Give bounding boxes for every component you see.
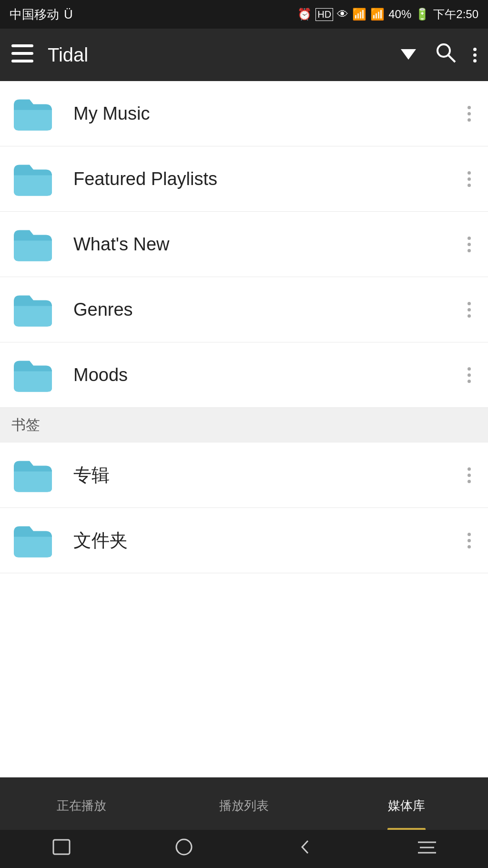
dot <box>468 533 471 536</box>
battery-icon: 🔋 <box>415 8 429 21</box>
dot <box>468 249 471 252</box>
dot <box>468 112 471 115</box>
folder-icon <box>11 94 54 133</box>
section-header-bookmarks: 书签 <box>0 408 488 443</box>
svg-rect-0 <box>11 44 33 47</box>
item-label-featured-playlists: Featured Playlists <box>73 169 462 189</box>
bottom-nav-bar: 正在播放 播放列表 媒体库 <box>0 777 488 830</box>
list-item[interactable]: Featured Playlists <box>0 146 488 212</box>
dot <box>468 474 471 477</box>
folder-icon <box>11 456 54 494</box>
tab-playlist[interactable]: 播放列表 <box>163 777 325 830</box>
battery-text: 40% <box>388 8 411 21</box>
status-bar: 中国移动 Ü ⏰ HD 👁 📶 📶 40% 🔋 下午2:50 <box>0 0 488 29</box>
folder-icon <box>11 290 54 329</box>
wifi-icon: 📶 <box>352 8 366 21</box>
home-button[interactable] <box>175 838 193 860</box>
nav-actions <box>435 42 477 68</box>
carrier-text: 中国移动 <box>10 6 59 23</box>
dot <box>468 380 471 383</box>
search-button[interactable] <box>435 42 456 68</box>
svg-rect-1 <box>11 52 33 55</box>
section-header-label: 书签 <box>11 417 40 433</box>
item-more-button-albums[interactable] <box>462 464 477 487</box>
item-label-my-music: My Music <box>73 103 462 124</box>
tab-library-label: 媒体库 <box>388 797 425 814</box>
svg-point-4 <box>437 44 450 57</box>
dot <box>468 243 471 246</box>
content-area: My Music Featured Playlists <box>0 81 488 777</box>
dot <box>468 467 471 471</box>
list-item[interactable]: What's New <box>0 212 488 277</box>
recent-apps-button[interactable] <box>52 839 71 859</box>
status-right: ⏰ HD 👁 📶 📶 40% 🔋 下午2:50 <box>297 7 478 22</box>
dot <box>468 373 471 377</box>
dropdown-button[interactable] <box>401 47 416 63</box>
tab-library[interactable]: 媒体库 <box>325 777 488 830</box>
dot <box>468 539 471 542</box>
item-more-button-featured-playlists[interactable] <box>462 167 477 191</box>
time-text: 下午2:50 <box>433 7 478 22</box>
dot <box>468 184 471 187</box>
svg-marker-3 <box>401 49 416 60</box>
item-more-button-folders[interactable] <box>462 529 477 552</box>
app-title: Tidal <box>48 44 401 66</box>
svg-rect-6 <box>53 840 70 854</box>
alarm-icon: ⏰ <box>297 8 312 21</box>
list-item[interactable]: Moods <box>0 342 488 408</box>
list-item[interactable]: My Music <box>0 81 488 146</box>
dot <box>468 302 471 305</box>
dot <box>468 314 471 318</box>
folder-icon <box>11 356 54 394</box>
tab-playlist-label: 播放列表 <box>219 797 269 814</box>
item-label-folders: 文件夹 <box>73 528 462 553</box>
more-options-button[interactable] <box>473 48 477 62</box>
hd-icon: HD <box>315 8 333 21</box>
dot <box>468 367 471 371</box>
dot <box>468 237 471 240</box>
item-more-button-whats-new[interactable] <box>462 233 477 256</box>
tab-now-playing-label: 正在播放 <box>57 797 106 814</box>
tab-now-playing[interactable]: 正在播放 <box>0 777 163 830</box>
dot <box>468 545 471 548</box>
svg-rect-2 <box>11 60 33 62</box>
folder-icon <box>11 521 54 559</box>
hamburger-button[interactable] <box>11 44 33 65</box>
dot <box>468 480 471 483</box>
list-item[interactable]: 专辑 <box>0 443 488 508</box>
item-more-button-my-music[interactable] <box>462 102 477 125</box>
list-item[interactable]: 文件夹 <box>0 508 488 573</box>
svg-line-5 <box>448 55 455 62</box>
svg-point-7 <box>176 839 192 855</box>
list-item[interactable]: Genres <box>0 277 488 342</box>
dot <box>468 118 471 122</box>
system-nav-bar <box>0 830 488 868</box>
dot <box>468 308 471 311</box>
item-label-moods: Moods <box>73 365 462 385</box>
folder-icon <box>11 160 54 198</box>
folder-icon <box>11 225 54 263</box>
dot <box>468 106 471 109</box>
dot <box>468 177 471 181</box>
item-label-whats-new: What's New <box>73 234 462 255</box>
back-button[interactable] <box>297 839 314 859</box>
signal-icon: 📶 <box>370 8 385 21</box>
item-label-albums: 专辑 <box>73 463 462 487</box>
menu-button[interactable] <box>418 839 436 859</box>
item-more-button-genres[interactable] <box>462 298 477 321</box>
display-icon: 👁 <box>337 8 348 21</box>
top-nav-bar: Tidal <box>0 29 488 81</box>
status-left: 中国移动 Ü <box>10 6 73 23</box>
carrier-icon: Ü <box>64 7 73 22</box>
item-label-genres: Genres <box>73 300 462 320</box>
dot <box>468 171 471 175</box>
item-more-button-moods[interactable] <box>462 363 477 387</box>
